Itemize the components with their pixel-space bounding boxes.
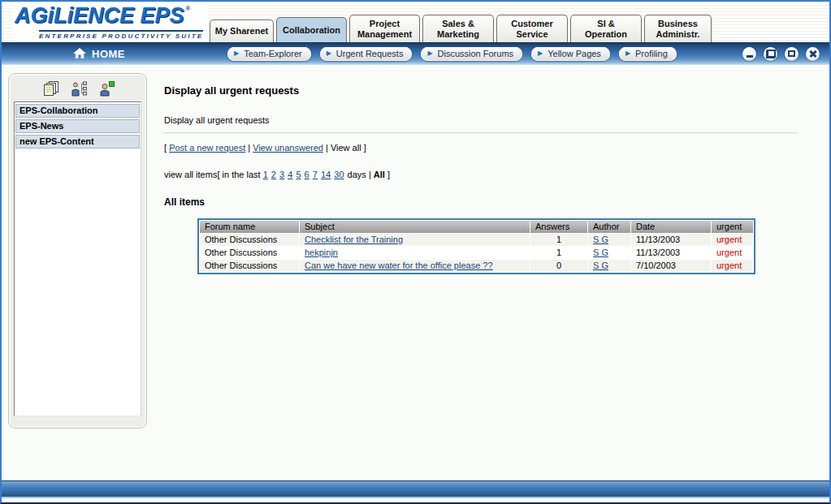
arrow-right-triangle-icon: ▶	[427, 50, 432, 57]
separator: |	[248, 143, 250, 153]
toolbar-nav: ▶Team-Explorer ▶Urgent Requests ▶Discuss…	[227, 42, 677, 65]
days-filter-link-5[interactable]: 5	[296, 170, 301, 179]
org-chart-user-icon[interactable]	[71, 81, 87, 97]
bracket-close: ]	[387, 170, 390, 179]
module-tabs: My Sharenet Collaboration Project Manage…	[210, 15, 712, 42]
post-new-request-link[interactable]: Post a new request	[169, 143, 245, 153]
nav-pill-urgent-requests[interactable]: ▶Urgent Requests	[320, 47, 413, 61]
days-filter-link-7[interactable]: 7	[313, 170, 318, 179]
minimize-button[interactable]	[742, 47, 756, 61]
tab-customer-service[interactable]: Customer Service	[496, 15, 568, 42]
days-filter-link-14[interactable]: 14	[321, 170, 331, 179]
pill-label: Yellow Pages	[548, 49, 601, 58]
divider	[164, 132, 799, 134]
table-row: Other Discussions hekpinjn 1 S G 11/13/2…	[200, 247, 753, 259]
table-header-row: Forum name Subject Answers Author Date u…	[200, 221, 753, 233]
section-title: All items	[164, 196, 829, 208]
subject-link[interactable]: Checklist for the Training	[305, 235, 403, 244]
view-unanswered-link[interactable]: View unanswered	[253, 143, 323, 153]
urgent-cell: urgent	[712, 234, 753, 246]
nav-pill-discussion-forums[interactable]: ▶Discussion Forums	[421, 47, 522, 61]
tab-label: Collaboration	[283, 25, 340, 36]
view-all-current: View all	[331, 143, 361, 153]
author-cell: S G	[588, 247, 630, 259]
days-filter-link-6[interactable]: 6	[305, 170, 309, 179]
days-filter-link-30[interactable]: 30	[334, 170, 344, 179]
column-header-subject: Subject	[300, 221, 530, 233]
tab-collaboration[interactable]: Collaboration	[276, 17, 347, 42]
column-header-urgent: urgent	[712, 221, 753, 233]
bracket-close: ]	[364, 143, 366, 153]
answers-cell: 1	[530, 234, 587, 246]
subject-cell: Can we have new water for the office ple…	[300, 260, 530, 272]
table-wrapper: Forum name Subject Answers Author Date u…	[197, 218, 829, 274]
nav-pill-profiling[interactable]: ▶Profiling	[619, 47, 677, 61]
tab-sales-marketing[interactable]: Sales & Marketing	[422, 15, 494, 42]
days-filter: view all items[ in the last 1 2 3 4 5 6 …	[164, 170, 829, 179]
separator: |	[369, 170, 371, 179]
days-filter-link-4[interactable]: 4	[288, 170, 292, 179]
app-logo: AGiLiENCE EPS ® ENTERPRISE PRODUCTIVITY …	[13, 4, 208, 43]
table-row: Other Discussions Can we have new water …	[200, 260, 753, 272]
subject-link[interactable]: hekpinjn	[305, 248, 338, 257]
tab-label: SI & Operation	[575, 19, 637, 40]
author-link[interactable]: S G	[593, 261, 608, 270]
filter-all-current: All	[374, 170, 385, 179]
separator: |	[326, 143, 328, 153]
sidebar-item-eps-collaboration[interactable]: EPS-Collaboration	[15, 104, 140, 118]
column-header-answers: Answers	[530, 221, 587, 233]
footer-glow-line	[2, 497, 829, 498]
nav-pill-team-explorer[interactable]: ▶Team-Explorer	[227, 47, 311, 61]
urgent-requests-table: Forum name Subject Answers Author Date u…	[197, 218, 755, 274]
logo-subtitle: ENTERPRISE PRODUCTIVITY SUITE	[39, 30, 203, 40]
answers-cell: 1	[530, 247, 587, 259]
author-link[interactable]: S G	[593, 235, 608, 244]
close-icon	[809, 50, 817, 58]
forum-name-cell: Other Discussions	[200, 260, 299, 272]
tab-label: Business Administr.	[649, 19, 707, 40]
author-cell: S G	[588, 260, 630, 272]
close-button[interactable]	[806, 47, 820, 61]
online-user-icon[interactable]	[98, 81, 115, 97]
tab-business-administr[interactable]: Business Administr.	[644, 15, 712, 42]
app-header: AGiLiENCE EPS ® ENTERPRISE PRODUCTIVITY …	[2, 2, 829, 42]
sidebar-list: EPS-Collaboration EPS-News new EPS-Conte…	[14, 101, 141, 416]
arrow-right-triangle-icon: ▶	[327, 50, 331, 57]
page-subtitle: Display all urgent requests	[164, 115, 829, 125]
arrow-right-triangle-icon: ▶	[625, 50, 630, 57]
tab-project-management[interactable]: Project Management	[349, 15, 420, 42]
toolbar: HOME ▶Team-Explorer ▶Urgent Requests ▶Di…	[2, 42, 829, 65]
home-label: HOME	[92, 48, 125, 60]
subject-link[interactable]: Can we have new water for the office ple…	[305, 261, 493, 270]
days-filter-link-2[interactable]: 2	[271, 170, 276, 179]
urgent-cell: urgent	[712, 247, 753, 259]
content-area: EPS-Collaboration EPS-News new EPS-Conte…	[2, 65, 829, 480]
sidebar-item-new-eps-content[interactable]: new EPS-Content	[15, 135, 140, 149]
column-header-author: Author	[588, 221, 630, 233]
filter-prefix: view all items[ in the last	[164, 170, 261, 179]
stacked-documents-icon[interactable]	[41, 81, 59, 97]
window-controls	[742, 42, 820, 65]
footer-bar	[2, 481, 829, 497]
date-cell: 11/13/2003	[631, 247, 711, 259]
author-link[interactable]: S G	[593, 248, 608, 257]
home-button[interactable]: HOME	[73, 42, 125, 65]
days-filter-link-1[interactable]: 1	[263, 170, 268, 179]
tab-si-operation[interactable]: SI & Operation	[570, 15, 642, 42]
logo-title: AGiLiENCE EPS	[15, 5, 184, 27]
logo-line: AGiLiENCE EPS ®	[15, 5, 203, 27]
restore-button[interactable]	[764, 47, 777, 61]
main-content: Display all urgent requests Display all …	[164, 65, 829, 274]
tab-label: My Sharenet	[215, 26, 268, 37]
tab-label: Sales & Marketing	[427, 19, 489, 40]
days-filter-link-3[interactable]: 3	[279, 170, 284, 179]
maximize-button[interactable]	[785, 47, 799, 61]
arrow-right-triangle-icon: ▶	[538, 50, 543, 57]
nav-pill-yellow-pages[interactable]: ▶Yellow Pages	[531, 47, 610, 61]
column-header-forum-name: Forum name	[200, 221, 299, 233]
sidebar-item-eps-news[interactable]: EPS-News	[15, 119, 140, 133]
subject-cell: Checklist for the Training	[300, 234, 530, 246]
request-actions: [ Post a new request | View unanswered |…	[164, 143, 829, 153]
tab-my-sharenet[interactable]: My Sharenet	[210, 19, 274, 42]
tab-label: Customer Service	[501, 19, 563, 40]
